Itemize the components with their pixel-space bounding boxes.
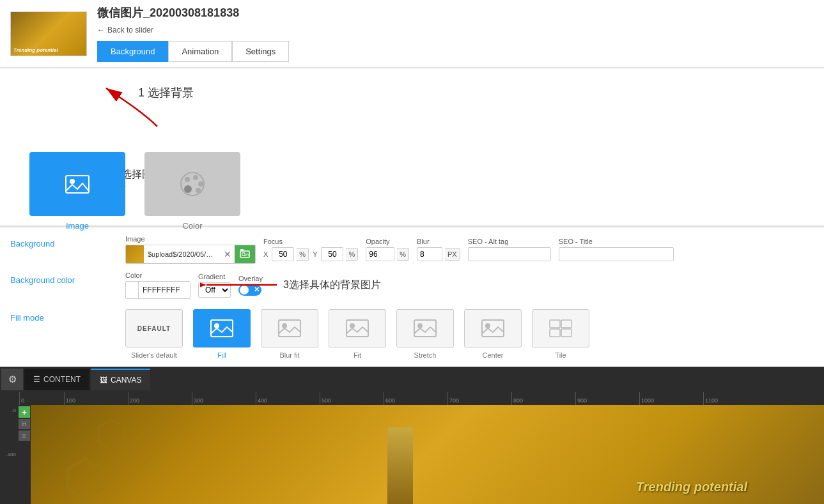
toggle-knob bbox=[240, 286, 249, 294]
bg-color-box[interactable] bbox=[144, 152, 240, 216]
svg-point-5 bbox=[185, 177, 190, 182]
fill-option-fit[interactable]: Fit bbox=[329, 309, 386, 359]
fill-box-stretch[interactable] bbox=[396, 309, 454, 347]
color-label: Color bbox=[125, 271, 190, 279]
fill-box-fit[interactable] bbox=[329, 309, 386, 347]
tab-background[interactable]: Background bbox=[97, 41, 168, 62]
file-browse-button[interactable] bbox=[235, 245, 255, 263]
focus-x-input[interactable] bbox=[272, 247, 294, 261]
blur-input[interactable] bbox=[417, 247, 442, 261]
background-row: Background Image $upload$/2020/05/860-..… bbox=[10, 235, 814, 264]
toggle-switch[interactable]: ✕ bbox=[238, 284, 261, 296]
fill-box-default[interactable]: DEFAULT bbox=[125, 309, 183, 347]
opacity-inline: % bbox=[366, 247, 409, 261]
ruler-mark-900: 900 bbox=[575, 392, 639, 405]
fill-box-blurfit[interactable] bbox=[261, 309, 318, 347]
fill-option-tile[interactable]: Tile bbox=[532, 309, 589, 359]
fill-option-default[interactable]: DEFAULT Slider's default bbox=[125, 309, 183, 359]
focus-field-group: Focus X % Y % bbox=[263, 238, 358, 261]
focus-y-label: Y bbox=[313, 250, 317, 258]
fill-options: DEFAULT Slider's default Fill bbox=[125, 309, 589, 359]
seo-title-input[interactable] bbox=[559, 247, 674, 261]
back-to-slider-link[interactable]: Back to slider bbox=[97, 26, 814, 34]
ruler-mark-800: 800 bbox=[511, 392, 575, 405]
ruler-mark-600: 600 bbox=[384, 392, 447, 405]
focus-x-unit: % bbox=[297, 248, 309, 261]
image-label: Image bbox=[125, 235, 256, 243]
svg-rect-18 bbox=[346, 320, 368, 337]
palette-icon bbox=[176, 170, 208, 199]
annotation-3-area: 3选择具体的背景图片 bbox=[283, 279, 381, 292]
focus-x-group: X % bbox=[263, 247, 309, 261]
blur-inline: PX bbox=[417, 247, 460, 261]
svg-rect-20 bbox=[414, 320, 436, 337]
bg-color-row-label: Background color bbox=[10, 271, 125, 285]
center-icon bbox=[481, 319, 504, 337]
image-field-group: Image $upload$/2020/05/860-... ✕ bbox=[125, 235, 256, 264]
opacity-field-group: Opacity % bbox=[366, 238, 409, 261]
fill-box-center[interactable] bbox=[464, 309, 522, 347]
fill-option-center[interactable]: Center bbox=[464, 309, 522, 359]
focus-y-input[interactable] bbox=[321, 247, 343, 261]
ruler-mark-200: 200 bbox=[128, 392, 192, 405]
svg-rect-22 bbox=[482, 320, 504, 337]
focus-x-label: X bbox=[263, 250, 268, 258]
fill-label-stretch: Stretch bbox=[414, 351, 437, 359]
svg-point-9 bbox=[184, 185, 192, 193]
gear-button[interactable]: ⚙ bbox=[1, 369, 23, 390]
overlay-label: Overlay bbox=[238, 275, 263, 282]
svg-rect-2 bbox=[66, 176, 89, 193]
seo-title-field-group: SEO - Title bbox=[559, 238, 674, 261]
bg-type-image[interactable]: Image bbox=[29, 152, 125, 231]
bg-image-box[interactable] bbox=[29, 152, 125, 216]
add-slide-button[interactable]: + bbox=[19, 406, 30, 418]
bg-type-color[interactable]: Color bbox=[144, 152, 240, 231]
bg-type-section: 1 选择背景 2选择图片 bbox=[0, 68, 824, 226]
seo-alt-field-group: SEO - Alt tag bbox=[468, 238, 551, 261]
fill-box-fill[interactable] bbox=[193, 309, 251, 347]
svg-rect-27 bbox=[561, 329, 571, 337]
content-tab-button[interactable]: ☰ CONTENT bbox=[24, 369, 89, 390]
fill-mode-label: Fill mode bbox=[10, 309, 125, 323]
ruler-mark-400: 400 bbox=[256, 392, 320, 405]
tab-animation[interactable]: Animation bbox=[168, 41, 232, 62]
annotation-step3: 3选择具体的背景图片 bbox=[283, 279, 381, 292]
color-hex-input[interactable] bbox=[139, 284, 190, 296]
canvas-tab-button[interactable]: 🖼 CANVAS bbox=[91, 369, 150, 390]
fill-box-tile[interactable] bbox=[532, 309, 589, 347]
browse-icon bbox=[240, 249, 250, 258]
ruler-canvas-area: 0 100 200 300 400 500 600 700 800 900 10… bbox=[0, 392, 824, 504]
svg-point-7 bbox=[198, 181, 203, 187]
canvas-overlay-text: Trending potential bbox=[636, 480, 747, 494]
color-swatch[interactable] bbox=[125, 281, 190, 299]
canvas-content: -0 -100 + H ≡ ⬡ ⬡ Trending potential bbox=[0, 405, 824, 504]
file-input-area[interactable]: $upload$/2020/05/860-... ✕ bbox=[125, 245, 256, 264]
blur-unit: PX bbox=[445, 248, 460, 261]
overlay-field-group: Overlay ✕ bbox=[238, 275, 263, 296]
tab-settings[interactable]: Settings bbox=[232, 41, 289, 62]
fill-label-center: Center bbox=[482, 351, 503, 359]
opacity-input[interactable] bbox=[366, 247, 394, 261]
svg-rect-14 bbox=[211, 320, 233, 337]
gradient-select[interactable]: Off On bbox=[198, 282, 231, 298]
seo-alt-input[interactable] bbox=[468, 247, 551, 261]
svg-rect-26 bbox=[550, 329, 560, 337]
fill-option-stretch[interactable]: Stretch bbox=[396, 309, 454, 359]
tool-h-button[interactable]: H bbox=[19, 419, 30, 429]
slide-thumbnail[interactable]: Trending potential bbox=[10, 11, 87, 56]
default-icon-text: DEFAULT bbox=[137, 325, 171, 332]
blur-fit-icon bbox=[278, 319, 301, 337]
svg-point-3 bbox=[70, 179, 75, 184]
fill-option-blurfit[interactable]: Blur fit bbox=[261, 309, 318, 359]
canvas-tab-icon: 🖼 bbox=[100, 376, 107, 385]
overlay-toggle[interactable]: ✕ bbox=[238, 284, 263, 296]
canvas-image: ⬡ ⬡ Trending potential bbox=[31, 405, 824, 504]
file-clear-button[interactable]: ✕ bbox=[221, 248, 235, 261]
fill-label-fit: Fit bbox=[354, 351, 361, 359]
svg-rect-16 bbox=[279, 320, 300, 337]
blur-label: Blur bbox=[417, 238, 460, 245]
tool-lines-button[interactable]: ≡ bbox=[19, 431, 30, 441]
file-preview bbox=[126, 245, 144, 263]
fill-option-fill[interactable]: Fill bbox=[193, 309, 251, 359]
background-row-label: Background bbox=[10, 235, 125, 248]
